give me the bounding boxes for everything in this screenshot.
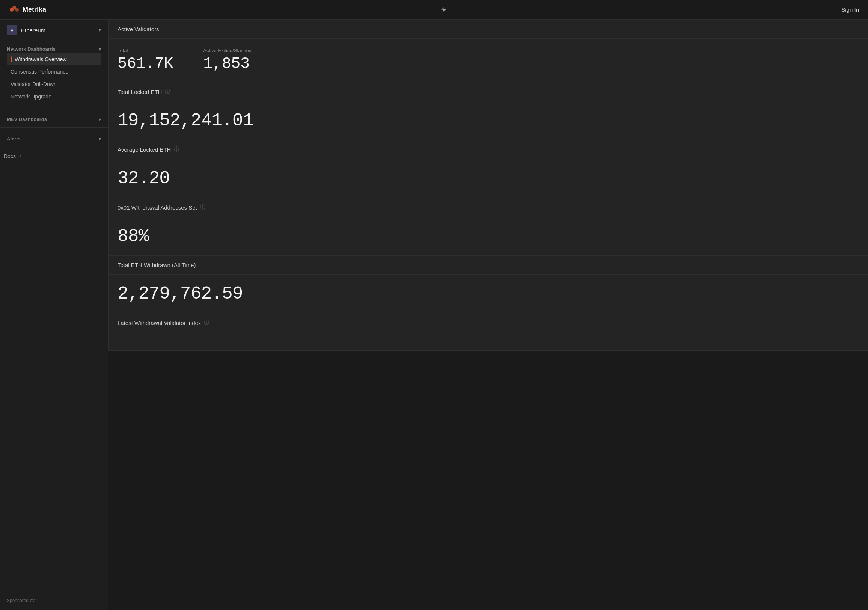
sidebar-item-consensus-performance[interactable]: Consensus Performance <box>7 66 101 78</box>
card-total-locked-eth: Total Locked ETH ⓘ 19,152,241.01 <box>108 82 868 140</box>
average-locked-eth-info-icon[interactable]: ⓘ <box>174 146 179 153</box>
sidebar-item-consensus-performance-label: Consensus Performance <box>11 69 68 75</box>
stat-group-total: Total 561.7K <box>118 48 173 73</box>
main-content: Active Validators Total 561.7K Active Ex… <box>108 20 868 610</box>
card-total-eth-withdrawn-header: Total ETH Withdrawn (All Time) <box>108 256 868 275</box>
sidebar-bottom: Sponsored by: <box>0 593 108 610</box>
network-dashboards-items: Withdrawals Overview Consensus Performan… <box>7 53 101 102</box>
latest-withdrawal-index-info-icon[interactable]: ⓘ <box>204 319 209 326</box>
mev-dashboards-chevron-icon: ▾ <box>99 117 101 122</box>
sidebar-section-network-dashboards: Network Dashboards ▾ Withdrawals Overvie… <box>0 41 108 105</box>
card-total-locked-eth-title: Total Locked ETH <box>118 88 162 95</box>
sidebar-item-validator-drill-down-label: Validator Drill-Down <box>11 81 57 87</box>
card-active-validators: Active Validators Total 561.7K Active Ex… <box>108 20 868 82</box>
validators-stats-row: Total 561.7K Active Exiting/Slashed 1,85… <box>118 48 859 73</box>
stat-group-exiting: Active Exiting/Slashed 1,853 <box>203 48 251 73</box>
card-average-locked-eth: Average Locked ETH ⓘ 32.20 <box>108 140 868 198</box>
card-active-validators-title: Active Validators <box>118 26 159 32</box>
theme-toggle-icon[interactable]: ☀ <box>441 6 447 14</box>
stat-value-total-eth-withdrawn: 2,279,762.59 <box>118 284 243 304</box>
card-withdrawal-addresses-body: 88% <box>108 217 868 255</box>
sidebar: ♦ Ethereum ▾ Network Dashboards ▾ Withdr… <box>0 20 108 610</box>
topnav-center: ☀ <box>441 6 447 14</box>
card-average-locked-eth-header: Average Locked ETH ⓘ <box>108 140 868 159</box>
alerts-chevron-icon: ▾ <box>99 137 101 141</box>
card-latest-withdrawal-index: Latest Withdrawal Validator Index ⓘ <box>108 313 868 351</box>
card-average-locked-eth-title: Average Locked ETH <box>118 146 171 153</box>
network-chevron-icon: ▾ <box>99 28 101 33</box>
sidebar-item-docs[interactable]: Docs ↗ <box>0 150 108 162</box>
sidebar-item-withdrawals-overview[interactable]: Withdrawals Overview <box>7 53 101 65</box>
sidebar-item-validator-drill-down[interactable]: Validator Drill-Down <box>7 78 101 90</box>
svg-point-2 <box>12 6 16 9</box>
alerts-title: Alerts <box>7 136 21 141</box>
stat-label-total: Total <box>118 48 173 53</box>
card-active-validators-body: Total 561.7K Active Exiting/Slashed 1,85… <box>108 39 868 82</box>
card-active-validators-header: Active Validators <box>108 20 868 39</box>
stat-value-total: 561.7K <box>118 55 173 73</box>
network-dashboards-title: Network Dashboards <box>7 46 56 52</box>
sidebar-item-network-upgrade[interactable]: Network Upgrade <box>7 90 101 102</box>
topnav: Metrika ☀ Sign In <box>0 0 868 20</box>
card-total-eth-withdrawn: Total ETH Withdrawn (All Time) 2,279,762… <box>108 256 868 313</box>
sign-in-button[interactable]: Sign In <box>841 6 859 13</box>
mev-dashboards-title: MEV Dashboards <box>7 116 47 122</box>
card-withdrawal-addresses-title: 0x01 Withdrawal Addresses Set <box>118 204 197 211</box>
total-locked-eth-info-icon[interactable]: ⓘ <box>165 88 170 95</box>
stat-value-withdrawal-addresses: 88% <box>118 226 149 247</box>
main-inner: Active Validators Total 561.7K Active Ex… <box>108 20 868 351</box>
network-icon: ♦ <box>7 25 17 35</box>
brand: Metrika <box>9 5 46 15</box>
active-indicator <box>11 56 12 62</box>
brand-logo-icon <box>9 5 20 15</box>
mev-dashboards-header[interactable]: MEV Dashboards ▾ <box>7 116 101 122</box>
card-withdrawal-addresses-header: 0x01 Withdrawal Addresses Set ⓘ <box>108 198 868 217</box>
sidebar-divider-2 <box>0 127 108 128</box>
stat-label-exiting: Active Exiting/Slashed <box>203 48 251 53</box>
docs-label: Docs <box>4 153 16 159</box>
brand-name: Metrika <box>23 6 46 14</box>
sidebar-divider-3 <box>0 147 108 147</box>
sidebar-section-mev-dashboards: MEV Dashboards ▾ <box>0 111 108 124</box>
network-name: Ethereum <box>21 27 45 33</box>
network-left: ♦ Ethereum <box>7 25 45 35</box>
card-total-locked-eth-header: Total Locked ETH ⓘ <box>108 82 868 101</box>
sidebar-item-network-upgrade-label: Network Upgrade <box>11 93 51 99</box>
card-latest-withdrawal-index-title: Latest Withdrawal Validator Index <box>118 320 201 326</box>
sidebar-section-alerts: Alerts ▾ <box>0 131 108 144</box>
stat-value-exiting: 1,853 <box>203 55 251 73</box>
network-selector[interactable]: ♦ Ethereum ▾ <box>0 20 108 41</box>
sponsored-label: Sponsored by: <box>7 598 101 603</box>
card-average-locked-eth-body: 32.20 <box>108 159 868 197</box>
stat-value-total-locked-eth: 19,152,241.01 <box>118 110 253 131</box>
network-dashboards-header[interactable]: Network Dashboards ▾ <box>7 46 101 52</box>
alerts-header[interactable]: Alerts ▾ <box>7 136 101 141</box>
card-latest-withdrawal-index-header: Latest Withdrawal Validator Index ⓘ <box>108 313 868 332</box>
network-dashboards-chevron-icon: ▾ <box>99 47 101 52</box>
sidebar-divider-1 <box>0 108 108 108</box>
card-total-eth-withdrawn-title: Total ETH Withdrawn (All Time) <box>118 262 195 268</box>
card-total-locked-eth-body: 19,152,241.01 <box>108 101 868 140</box>
card-withdrawal-addresses: 0x01 Withdrawal Addresses Set ⓘ 88% <box>108 198 868 256</box>
stat-value-average-locked-eth: 32.20 <box>118 168 170 189</box>
sidebar-item-withdrawals-overview-label: Withdrawals Overview <box>15 56 67 62</box>
withdrawal-addresses-info-icon[interactable]: ⓘ <box>200 204 205 211</box>
layout: ♦ Ethereum ▾ Network Dashboards ▾ Withdr… <box>0 20 868 610</box>
card-latest-withdrawal-index-body <box>108 332 868 351</box>
external-link-icon: ↗ <box>18 154 22 159</box>
card-total-eth-withdrawn-body: 2,279,762.59 <box>108 275 868 313</box>
